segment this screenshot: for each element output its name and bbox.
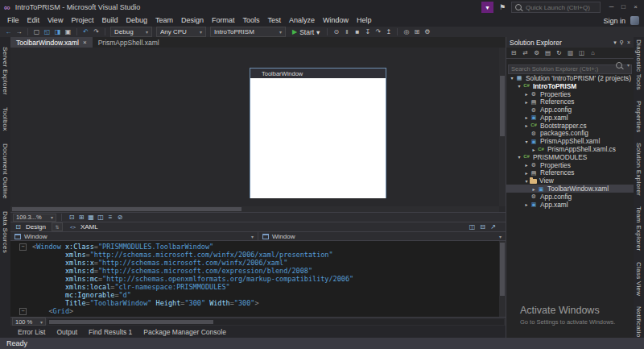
new-project-icon[interactable]: ▢	[31, 27, 42, 37]
tree-item-bootstrapper-cs[interactable]: ▸C#Bootstrapper.cs	[506, 122, 634, 130]
xaml-code-editor[interactable]: −<Window x:Class="PRISMMODULES.ToolbarWi…	[10, 241, 499, 318]
menu-help[interactable]: Help	[353, 15, 376, 27]
menu-format[interactable]: Format	[208, 15, 239, 27]
step-over-icon[interactable]: ↷	[373, 27, 383, 37]
feedback-icon[interactable]: ▼	[481, 2, 493, 13]
expander-icon[interactable]: ▸	[530, 186, 537, 192]
split-vertical-icon[interactable]: ◫	[468, 223, 477, 231]
designer-vertical-scrollbar[interactable]	[499, 48, 506, 206]
expander-icon[interactable]: ▸	[523, 99, 530, 105]
tree-item-packages-config[interactable]: ⚙packages.config	[506, 130, 634, 138]
tree-item-solution-introtoprism-2-projects[interactable]: ▾▦Solution 'IntroToPRISM' (2 projects)	[506, 74, 634, 82]
solution-configuration-dropdown[interactable]: Debug ▾	[110, 27, 152, 37]
tree-item-references[interactable]: ▸▤References	[506, 169, 634, 177]
chevron-down-icon[interactable]: ▾	[613, 39, 617, 46]
show-all-files-icon[interactable]: ▤	[543, 49, 552, 56]
menu-file[interactable]: File	[3, 15, 23, 27]
nav-types-dropdown[interactable]: Window ▾	[10, 232, 258, 240]
tree-item-view[interactable]: ▾View	[506, 177, 634, 185]
menu-view[interactable]: View	[43, 15, 67, 27]
designer-zoom-dropdown[interactable]: 109.3...% ▾	[13, 214, 56, 222]
xaml-tab[interactable]: XAML	[80, 223, 98, 231]
tool-tab-server-explorer[interactable]: Server Explorer	[2, 47, 9, 95]
menu-window[interactable]: Window	[319, 15, 353, 27]
panel-tab-error-list[interactable]: Error List	[12, 328, 51, 336]
nav-members-dropdown[interactable]: Window ▾	[258, 232, 506, 240]
show-guides-icon[interactable]: ◫	[96, 213, 105, 222]
notifications-flag-icon[interactable]: ⚑	[499, 3, 506, 11]
close-icon[interactable]: ×	[627, 39, 630, 46]
expander-icon[interactable]: ▸	[523, 202, 530, 207]
swap-panes-button[interactable]: ⇅	[52, 222, 63, 231]
xaml-design-surface[interactable]: ToolbarWindow	[10, 48, 506, 212]
tool-tab-team-explorer[interactable]: Team Explorer	[635, 206, 642, 251]
quick-launch-input[interactable]	[524, 3, 597, 12]
design-tab[interactable]: Design	[26, 223, 46, 231]
close-icon[interactable]: ×	[630, 2, 641, 13]
menu-tools[interactable]: Tools	[239, 15, 264, 27]
startup-project-dropdown[interactable]: IntroToPRISM ▾	[210, 27, 286, 37]
tool-tab-toolbox[interactable]: Toolbox	[2, 107, 9, 131]
step-out-icon[interactable]: ↥	[383, 27, 394, 37]
step-into-icon[interactable]: ↧	[362, 27, 373, 37]
undo-icon[interactable]: ↶	[80, 27, 91, 37]
snap-to-grid-icon[interactable]: ▦	[86, 213, 96, 222]
menu-design[interactable]: Design	[177, 15, 208, 27]
tool-tab-document-outline[interactable]: Document Outline	[2, 143, 9, 199]
tree-item-introtoprism[interactable]: ▾C#IntroToPRISM	[506, 82, 634, 90]
panel-tab-find-results-1[interactable]: Find Results 1	[83, 328, 138, 336]
expander-icon[interactable]: ▸	[523, 91, 530, 97]
document-tab-toolbarwindow-xaml[interactable]: ToolbarWindow.xaml×	[10, 37, 93, 48]
expander-icon[interactable]: ▾	[516, 83, 522, 89]
preview-icon[interactable]: ◫	[577, 49, 586, 56]
stop-debugging-icon[interactable]: ■	[352, 27, 362, 37]
title-bar[interactable]: ∞ IntroToPRISM - Microsoft Visual Studio…	[0, 0, 644, 15]
zoom-fit-icon[interactable]: ⊡	[67, 213, 76, 222]
break-all-icon[interactable]: ‖	[341, 27, 352, 37]
snap-to-guides-icon[interactable]: ≡	[105, 213, 115, 222]
code-fold-icon[interactable]: −	[19, 308, 27, 315]
tree-item-toolbarwindow-xaml[interactable]: ▸▣ToolbarWindow.xaml	[506, 185, 634, 193]
sign-in-link[interactable]: Sign in	[603, 17, 625, 25]
panel-tab-package-manager-console[interactable]: Package Manager Console	[138, 328, 232, 336]
expander-icon[interactable]: ▾	[523, 178, 530, 184]
designer-window-preview[interactable]: ToolbarWindow	[250, 68, 386, 198]
document-tab-prismappshell-xaml[interactable]: PrismAppShell.xaml	[93, 37, 165, 48]
expander-icon[interactable]: ▾	[516, 154, 522, 160]
close-tab-icon[interactable]: ×	[83, 39, 87, 47]
tool-tab-class-view[interactable]: Class View	[635, 262, 642, 296]
quick-launch-box[interactable]	[511, 2, 601, 13]
navigate-forward-icon[interactable]: →	[14, 27, 24, 37]
tree-item-app-xaml[interactable]: ▸▣App.xaml	[506, 201, 634, 209]
start-debugging-button[interactable]: ▶ Start ▾	[288, 28, 324, 36]
tree-item-properties[interactable]: ▸⚙Properties	[506, 161, 634, 169]
solution-platform-dropdown[interactable]: Any CPU ▾	[156, 27, 206, 37]
editor-horizontal-scrollbar[interactable]	[47, 319, 504, 325]
menu-team[interactable]: Team	[151, 15, 177, 27]
menu-test[interactable]: Test	[264, 15, 286, 27]
expander-icon[interactable]: ▸	[523, 170, 530, 176]
tree-item-properties[interactable]: ▸⚙Properties	[506, 90, 634, 98]
code-fold-icon[interactable]: −	[19, 243, 27, 251]
home-icon[interactable]: ⌂	[588, 49, 597, 56]
tool-tab-data-sources[interactable]: Data Sources	[2, 211, 9, 253]
navigate-backward-icon[interactable]: ←	[3, 27, 14, 37]
expander-icon[interactable]: ▾	[523, 139, 530, 144]
expander-icon[interactable]: ▸	[523, 114, 530, 120]
open-file-icon[interactable]: ◱	[42, 27, 52, 37]
editor-zoom-dropdown[interactable]: 100 % ▾	[12, 318, 46, 326]
pin-icon[interactable]: ⚲	[620, 39, 624, 46]
save-all-icon[interactable]: ▣	[63, 27, 73, 37]
menu-edit[interactable]: Edit	[23, 15, 44, 27]
tree-item-prismappshell-xaml-cs[interactable]: ▸C#PrismAppShell.xaml.cs	[506, 145, 634, 153]
split-horizontal-icon[interactable]: ⊟	[478, 223, 487, 231]
tool-tab-diagnostic-tools[interactable]: Diagnostic Tools	[635, 39, 642, 90]
expander-icon[interactable]: ▾	[509, 75, 515, 81]
tree-item-prismappshell-xaml[interactable]: ▾▣PrismAppShell.xaml	[506, 137, 634, 145]
editor-vertical-scrollbar[interactable]	[499, 241, 506, 317]
tree-item-prismmodules[interactable]: ▾C#PRISMMODULES	[506, 153, 634, 161]
sync-with-active-icon[interactable]: ⇄	[521, 49, 530, 56]
expander-icon[interactable]: ▸	[530, 147, 537, 152]
tool-tab-properties[interactable]: Properties	[635, 101, 642, 132]
menu-project[interactable]: Project	[67, 15, 97, 27]
